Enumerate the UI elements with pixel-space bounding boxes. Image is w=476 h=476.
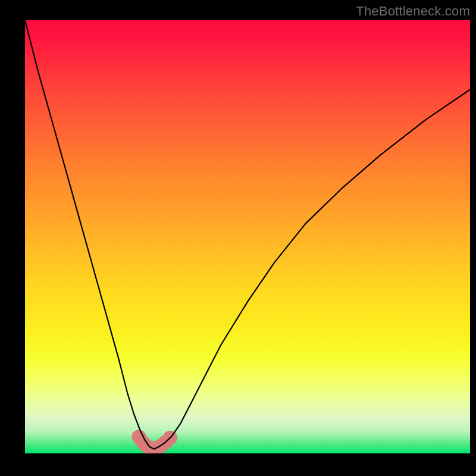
curve-layer xyxy=(25,20,470,453)
plot-area xyxy=(25,20,470,453)
min-region-dots xyxy=(131,430,177,453)
watermark-text: TheBottleneck.com xyxy=(356,4,470,19)
bottleneck-curve xyxy=(25,20,470,449)
chart-frame: TheBottleneck.com xyxy=(0,0,476,476)
